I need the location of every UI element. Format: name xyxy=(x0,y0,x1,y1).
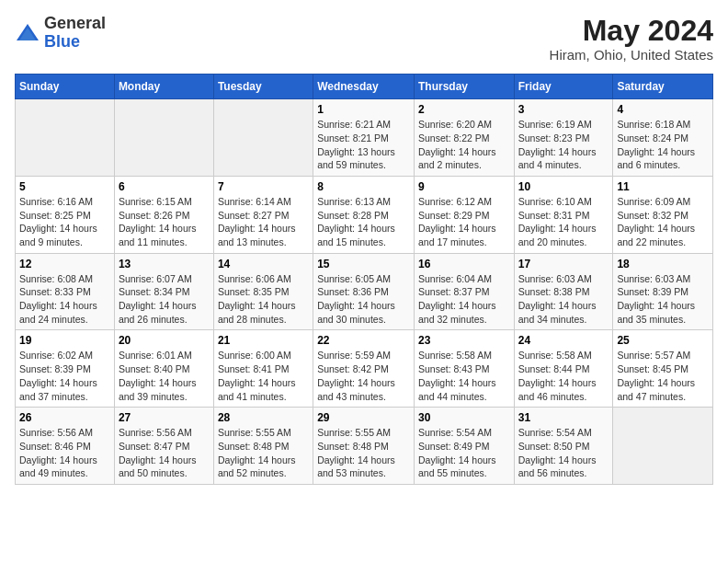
calendar-header-row: SundayMondayTuesdayWednesdayThursdayFrid… xyxy=(16,75,713,99)
calendar-cell: 10Sunrise: 6:10 AMSunset: 8:31 PMDayligh… xyxy=(514,176,613,253)
calendar-cell: 6Sunrise: 6:15 AMSunset: 8:26 PMDaylight… xyxy=(114,176,213,253)
day-info: Sunrise: 6:01 AMSunset: 8:40 PMDaylight:… xyxy=(119,349,210,403)
day-number: 27 xyxy=(119,411,210,424)
page-header: General Blue May 2024 Hiram, Ohio, Unite… xyxy=(15,15,713,63)
calendar-cell: 8Sunrise: 6:13 AMSunset: 8:28 PMDaylight… xyxy=(313,176,415,253)
day-number: 20 xyxy=(119,334,210,347)
weekday-header-sunday: Sunday xyxy=(16,75,115,99)
calendar-cell: 21Sunrise: 6:00 AMSunset: 8:41 PMDayligh… xyxy=(213,330,313,408)
calendar-cell: 12Sunrise: 6:08 AMSunset: 8:33 PMDayligh… xyxy=(16,253,115,330)
logo: General Blue xyxy=(15,15,106,52)
weekday-header-friday: Friday xyxy=(514,75,613,99)
calendar-cell: 25Sunrise: 5:57 AMSunset: 8:45 PMDayligh… xyxy=(613,330,713,408)
day-number: 16 xyxy=(418,258,510,270)
title-block: May 2024 Hiram, Ohio, United States xyxy=(550,15,713,63)
day-number: 15 xyxy=(317,258,410,270)
day-number: 21 xyxy=(218,334,309,347)
day-number: 1 xyxy=(317,103,410,116)
calendar-cell: 5Sunrise: 6:16 AMSunset: 8:25 PMDaylight… xyxy=(16,176,115,253)
day-info: Sunrise: 6:19 AMSunset: 8:23 PMDaylight:… xyxy=(518,118,609,172)
day-info: Sunrise: 6:03 AMSunset: 8:38 PMDaylight:… xyxy=(518,272,609,327)
logo-icon xyxy=(15,20,40,46)
day-number: 28 xyxy=(218,411,309,424)
calendar-cell: 14Sunrise: 6:06 AMSunset: 8:35 PMDayligh… xyxy=(213,253,313,330)
calendar-cell: 1Sunrise: 6:21 AMSunset: 8:21 PMDaylight… xyxy=(313,99,415,177)
calendar-cell: 31Sunrise: 5:54 AMSunset: 8:50 PMDayligh… xyxy=(514,408,613,485)
day-number: 23 xyxy=(418,334,510,347)
day-info: Sunrise: 5:59 AMSunset: 8:42 PMDaylight:… xyxy=(317,349,410,403)
weekday-header-thursday: Thursday xyxy=(414,75,514,99)
day-info: Sunrise: 6:03 AMSunset: 8:39 PMDaylight:… xyxy=(617,272,709,327)
day-number: 24 xyxy=(518,334,609,347)
calendar-cell: 13Sunrise: 6:07 AMSunset: 8:34 PMDayligh… xyxy=(114,253,213,330)
day-number: 31 xyxy=(518,411,609,424)
day-info: Sunrise: 5:57 AMSunset: 8:45 PMDaylight:… xyxy=(617,349,709,403)
day-info: Sunrise: 6:18 AMSunset: 8:24 PMDaylight:… xyxy=(617,118,709,172)
calendar-cell: 27Sunrise: 5:56 AMSunset: 8:47 PMDayligh… xyxy=(114,408,213,485)
weekday-header-monday: Monday xyxy=(114,75,213,99)
day-info: Sunrise: 5:54 AMSunset: 8:50 PMDaylight:… xyxy=(518,426,609,480)
calendar-cell: 11Sunrise: 6:09 AMSunset: 8:32 PMDayligh… xyxy=(613,176,713,253)
day-number: 14 xyxy=(218,258,309,270)
calendar-cell: 4Sunrise: 6:18 AMSunset: 8:24 PMDaylight… xyxy=(613,99,713,177)
calendar-cell xyxy=(613,408,713,485)
calendar-cell: 15Sunrise: 6:05 AMSunset: 8:36 PMDayligh… xyxy=(313,253,415,330)
calendar-cell xyxy=(114,99,213,177)
day-number: 26 xyxy=(19,411,110,424)
day-info: Sunrise: 5:56 AMSunset: 8:46 PMDaylight:… xyxy=(19,426,110,480)
calendar-cell: 22Sunrise: 5:59 AMSunset: 8:42 PMDayligh… xyxy=(313,330,415,408)
calendar-table: SundayMondayTuesdayWednesdayThursdayFrid… xyxy=(15,74,713,485)
calendar-cell: 3Sunrise: 6:19 AMSunset: 8:23 PMDaylight… xyxy=(514,99,613,177)
calendar-title: May 2024 xyxy=(550,15,713,47)
day-info: Sunrise: 5:58 AMSunset: 8:43 PMDaylight:… xyxy=(418,349,510,403)
day-info: Sunrise: 6:00 AMSunset: 8:41 PMDaylight:… xyxy=(218,349,309,403)
calendar-cell: 26Sunrise: 5:56 AMSunset: 8:46 PMDayligh… xyxy=(16,408,115,485)
day-info: Sunrise: 6:07 AMSunset: 8:34 PMDaylight:… xyxy=(119,272,210,327)
calendar-cell: 30Sunrise: 5:54 AMSunset: 8:49 PMDayligh… xyxy=(414,408,514,485)
day-info: Sunrise: 6:16 AMSunset: 8:25 PMDaylight:… xyxy=(19,195,110,249)
day-info: Sunrise: 6:20 AMSunset: 8:22 PMDaylight:… xyxy=(418,118,510,172)
day-number: 2 xyxy=(418,103,510,116)
calendar-cell: 7Sunrise: 6:14 AMSunset: 8:27 PMDaylight… xyxy=(213,176,313,253)
day-info: Sunrise: 6:14 AMSunset: 8:27 PMDaylight:… xyxy=(218,195,309,249)
calendar-week-row: 12Sunrise: 6:08 AMSunset: 8:33 PMDayligh… xyxy=(16,253,713,330)
calendar-cell: 18Sunrise: 6:03 AMSunset: 8:39 PMDayligh… xyxy=(613,253,713,330)
calendar-cell: 19Sunrise: 6:02 AMSunset: 8:39 PMDayligh… xyxy=(16,330,115,408)
day-number: 3 xyxy=(518,103,609,116)
day-info: Sunrise: 5:56 AMSunset: 8:47 PMDaylight:… xyxy=(119,426,210,480)
calendar-cell: 24Sunrise: 5:58 AMSunset: 8:44 PMDayligh… xyxy=(514,330,613,408)
day-info: Sunrise: 6:09 AMSunset: 8:32 PMDaylight:… xyxy=(617,195,709,249)
calendar-body: 1Sunrise: 6:21 AMSunset: 8:21 PMDaylight… xyxy=(16,99,713,485)
day-info: Sunrise: 6:12 AMSunset: 8:29 PMDaylight:… xyxy=(418,195,510,249)
day-number: 5 xyxy=(19,180,110,193)
calendar-week-row: 26Sunrise: 5:56 AMSunset: 8:46 PMDayligh… xyxy=(16,408,713,485)
weekday-header-tuesday: Tuesday xyxy=(213,75,313,99)
day-number: 22 xyxy=(317,334,410,347)
day-number: 25 xyxy=(617,334,709,347)
logo-general-text: General xyxy=(44,14,106,32)
day-number: 19 xyxy=(19,334,110,347)
calendar-cell: 16Sunrise: 6:04 AMSunset: 8:37 PMDayligh… xyxy=(414,253,514,330)
day-info: Sunrise: 5:55 AMSunset: 8:48 PMDaylight:… xyxy=(218,426,309,480)
day-info: Sunrise: 6:13 AMSunset: 8:28 PMDaylight:… xyxy=(317,195,410,249)
day-number: 8 xyxy=(317,180,410,193)
calendar-week-row: 19Sunrise: 6:02 AMSunset: 8:39 PMDayligh… xyxy=(16,330,713,408)
day-info: Sunrise: 6:04 AMSunset: 8:37 PMDaylight:… xyxy=(418,272,510,327)
calendar-cell: 20Sunrise: 6:01 AMSunset: 8:40 PMDayligh… xyxy=(114,330,213,408)
day-info: Sunrise: 6:08 AMSunset: 8:33 PMDaylight:… xyxy=(19,272,110,327)
day-info: Sunrise: 6:06 AMSunset: 8:35 PMDaylight:… xyxy=(218,272,309,327)
day-number: 29 xyxy=(317,411,410,424)
day-info: Sunrise: 5:54 AMSunset: 8:49 PMDaylight:… xyxy=(418,426,510,480)
day-number: 6 xyxy=(119,180,210,193)
calendar-cell: 2Sunrise: 6:20 AMSunset: 8:22 PMDaylight… xyxy=(414,99,514,177)
day-info: Sunrise: 5:58 AMSunset: 8:44 PMDaylight:… xyxy=(518,349,609,403)
day-info: Sunrise: 6:15 AMSunset: 8:26 PMDaylight:… xyxy=(119,195,210,249)
calendar-cell xyxy=(16,99,115,177)
day-info: Sunrise: 6:02 AMSunset: 8:39 PMDaylight:… xyxy=(19,349,110,403)
day-info: Sunrise: 6:10 AMSunset: 8:31 PMDaylight:… xyxy=(518,195,609,249)
day-number: 13 xyxy=(119,258,210,270)
weekday-header-wednesday: Wednesday xyxy=(313,75,415,99)
day-info: Sunrise: 6:21 AMSunset: 8:21 PMDaylight:… xyxy=(317,118,410,172)
day-number: 18 xyxy=(617,258,709,270)
day-number: 7 xyxy=(218,180,309,193)
